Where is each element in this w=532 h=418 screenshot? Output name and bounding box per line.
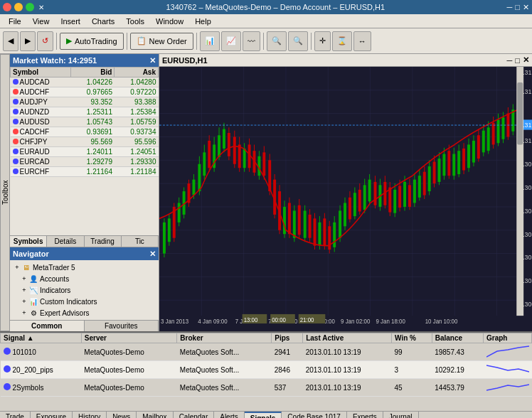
market-watch-close[interactable]: ✕ [149,56,156,65]
mw-bid: 95.569 [70,137,115,147]
bottom-panel: Signal ▲ Server Broker Pips Last Active … [0,331,532,418]
menu-help[interactable]: Help [189,14,217,28]
signal-balance: 10292.19 [432,361,483,379]
crosshair-btn[interactable]: ✛ [314,31,331,51]
mw-tab-tic[interactable]: Tic [122,236,159,247]
main-layout: Toolbox Market Watch: 14:2951 ✕ Symbol B… [0,54,532,331]
nav-label-4: Expert Advisors [40,309,89,317]
chart-title: EURUSD,H1 [162,56,208,65]
signal-row[interactable]: 101010 MetaQuotes-Demo MetaQuotes Soft..… [1,343,532,361]
toolbar-btn-2[interactable]: ▶ [20,31,36,51]
signal-row[interactable]: 2Symbols MetaQuotes-Demo MetaQuotes Soft… [1,379,532,397]
new-order-button[interactable]: 📋 New Order [130,33,193,50]
signal-win: 3 [392,361,432,379]
autotrading-label: AutoTrading [75,37,117,45]
nav-item-experts[interactable]: + ⚙ Expert Advisors [11,307,157,318]
mw-symbol: EURAUD [11,147,71,157]
scroll-btn[interactable]: ↔ [353,31,371,51]
signal-pips: 537 [272,379,303,397]
nav-item-metatrader[interactable]: + 🖥 MetaTrader 5 [11,262,157,273]
signals-header-row: Signal ▲ Server Broker Pips Last Active … [1,333,532,343]
col-last-active[interactable]: Last Active [303,333,392,343]
mw-tab-details[interactable]: Details [47,236,84,247]
mw-tab-trading[interactable]: Trading [85,236,122,247]
toolbar-btn-3[interactable]: ↺ [37,31,53,51]
zoom-in-btn[interactable]: 🔍 [267,31,287,51]
title-close-icon[interactable]: ✕ [523,3,529,12]
tab-alerts[interactable]: Alerts [214,412,245,418]
tab-news[interactable]: News [107,412,137,418]
tab-calendar[interactable]: Calendar [174,412,215,418]
navigator-close[interactable]: ✕ [149,250,156,259]
menu-window[interactable]: Window [150,14,189,28]
tab-mailbox[interactable]: Mailbox [137,412,173,418]
tab-trade[interactable]: Trade [0,412,31,418]
market-watch-row[interactable]: EURAUD 1.24011 1.24051 [11,147,159,157]
candle-btn[interactable]: 📈 [221,31,241,51]
tab-signals[interactable]: Signals [245,412,282,418]
svg-text:10 Jan 10:00: 10 Jan 10:00 [425,318,458,325]
autotrading-icon: ▶ [66,36,72,45]
col-graph[interactable]: Graph [484,333,532,343]
market-watch-content: Symbol Bid Ask AUDCAD 1.04226 1.04280 AU… [10,67,159,235]
market-watch-row[interactable]: CHFJPY 95.569 95.596 [11,137,159,147]
tab-history[interactable]: History [73,412,107,418]
tab-exposure[interactable]: Exposure [31,412,73,418]
tab-journal[interactable]: Journal [383,412,419,418]
signal-balance: 19857.43 [432,343,483,361]
chart-minimize-icon[interactable]: ─ [507,56,513,65]
market-watch-row[interactable]: AUDCAD 1.04226 1.04280 [11,77,159,87]
nav-item-indicators[interactable]: + 📉 Indicators [11,284,157,296]
autotrading-button[interactable]: ▶ AutoTrading [60,33,124,50]
close-button[interactable] [3,3,11,11]
chart-maximize-icon[interactable]: □ [515,56,520,65]
toolbar-btn-1[interactable]: ◀ [3,31,18,51]
market-watch: Market Watch: 14:2951 ✕ Symbol Bid Ask A… [10,54,159,247]
market-watch-row[interactable]: AUDUSD 1.05743 1.05759 [11,117,159,127]
chart-container[interactable]: 1.31330 1.31245 1.31160 1.31100 1.30955 … [159,67,532,331]
mw-bid: 1.25311 [70,107,115,117]
col-pips[interactable]: Pips [272,333,303,343]
line-btn[interactable]: 〰 [243,31,260,51]
toolbox-tab[interactable]: Toolbox [0,54,10,331]
period-btn[interactable]: ⌛ [332,31,352,51]
nav-tab-favourites[interactable]: Favourites [85,321,159,331]
mw-bid: 1.24011 [70,147,115,157]
minimize-button[interactable] [14,3,23,11]
title-minimize-icon[interactable]: ─ [507,3,513,11]
menu-view[interactable]: View [27,14,55,28]
bar-chart-btn[interactable]: 📊 [200,31,220,51]
zoom-out-btn[interactable]: 🔍 [288,31,308,51]
market-watch-row[interactable]: AUDCHF 0.97665 0.97220 [11,87,159,97]
signal-row[interactable]: 20_200_pips MetaQuotes-Demo MetaQuotes S… [1,361,532,379]
maximize-button[interactable] [26,3,34,11]
signals-content: Signal ▲ Server Broker Pips Last Active … [0,333,532,411]
title-maximize-icon[interactable]: □ [515,3,520,11]
mw-bid: 0.97665 [70,87,115,97]
title-bar: ✕ 1340762 – MetaQuotes-Demo – Demo Accou… [0,0,532,14]
market-watch-row[interactable]: AUDJPY 93.352 93.388 [11,97,159,107]
market-watch-row[interactable]: EURCAD 1.29279 1.29330 [11,157,159,167]
menu-charts[interactable]: Charts [86,14,120,28]
chart-close-icon[interactable]: ✕ [523,55,529,65]
navigator-title: Navigator [13,250,49,258]
signal-server: MetaQuotes-Demo [81,361,177,379]
market-watch-row[interactable]: EURCHF 1.21164 1.21184 [11,167,159,177]
menu-insert[interactable]: Insert [55,14,86,28]
col-broker[interactable]: Broker [177,333,272,343]
nav-item-accounts[interactable]: + 👤 Accounts [11,273,157,284]
market-watch-row[interactable]: AUDNZD 1.25311 1.25384 [11,107,159,117]
menu-tools[interactable]: Tools [120,14,150,28]
col-win[interactable]: Win % [392,333,432,343]
nav-tab-common[interactable]: Common [10,321,85,331]
mw-tab-symbols[interactable]: Symbols [10,236,47,247]
col-balance[interactable]: Balance [432,333,483,343]
col-server[interactable]: Server [81,333,177,343]
nav-item-custom[interactable]: + 📊 Custom Indicators [11,296,157,307]
navigator: Navigator ✕ + 🖥 MetaTrader 5 + 👤 Account… [10,247,159,331]
col-signal[interactable]: Signal ▲ [1,333,82,343]
tab-codebase[interactable]: Code Base 1017 [282,412,347,418]
menu-file[interactable]: File [3,14,27,28]
market-watch-row[interactable]: CADCHF 0.93691 0.93734 [11,127,159,137]
tab-experts[interactable]: Experts [347,412,383,418]
